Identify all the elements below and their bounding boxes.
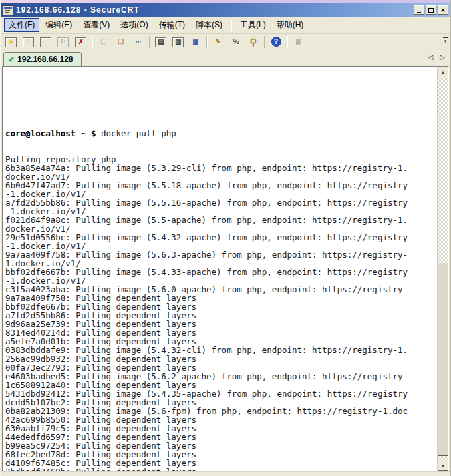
maximize-icon [428,8,434,13]
tab-scroll-left-button[interactable]: ◁ [428,54,434,61]
maximize-button[interactable] [426,5,436,15]
menu-script[interactable]: 脚本(S) [191,18,227,32]
menu-edit[interactable]: 编辑(E) [41,18,77,32]
tab-scroll-right-button[interactable]: ▷ [440,54,445,61]
session-tab-label: 192.168.66.128 [17,55,73,64]
prompt-user: core@localhost [5,128,76,138]
toolbar-separator [264,36,265,48]
tab-bar: ✔ 192.168.66.128 ◁ ▷ [1,50,450,66]
terminal-screen[interactable]: core@localhost ~ $ docker pull php Pulli… [3,67,437,471]
help-icon[interactable]: ? [268,35,284,49]
menu-view[interactable]: 查看(V) [78,18,114,32]
scrollbar-track[interactable] [438,77,448,461]
window-bottom-border [1,471,450,476]
session-options-icon[interactable]: % [228,35,244,49]
minimize-button[interactable] [414,5,424,15]
menu-help[interactable]: 帮助(H) [272,18,309,32]
menu-bar: 文件(F)编辑(E)查看(V)选项(O)传输(T)脚本(S)工具(L)帮助(H) [1,17,450,33]
paste-icon[interactable]: ❒ [113,35,129,49]
terminal-client-area: core@localhost ~ $ docker pull php Pulli… [2,66,449,471]
title-bar[interactable]: 192.168.66.128 - SecureCRT × [1,3,450,17]
find-icon[interactable]: ∞ [130,35,146,49]
connect-icon[interactable]: ϟ [21,35,37,49]
terminal-scrollbar[interactable]: ▲ ▼ [437,67,448,471]
reconnect-icon[interactable]: ↻ [55,35,71,49]
new-session-icon[interactable]: ★ [3,35,19,49]
scroll-up-button[interactable]: ▲ [438,67,448,77]
prompt-command: docker pull php [101,128,176,138]
terminal-output-line: 2bdbadf3469b: Pulling dependent layers [5,467,437,471]
log-session-icon[interactable]: ▤ [153,35,169,49]
minimize-icon [417,12,421,13]
app-icon [3,5,13,15]
toolbar-separator [287,36,288,48]
menu-tools[interactable]: 工具(L) [235,18,271,32]
menu-transfer[interactable]: 传输(T) [154,18,190,32]
connected-check-icon: ✔ [8,55,15,63]
disconnect-icon[interactable]: ✗ [73,35,89,49]
scroll-down-button[interactable]: ▼ [438,461,448,471]
print-icon[interactable]: ▦ [188,35,204,49]
close-button[interactable]: × [438,5,448,15]
terminal-blank-lines [5,85,437,111]
session-tab[interactable]: ✔ 192.168.66.128 [3,52,82,66]
toolbar-separator [92,36,93,48]
toolbar-overflow-button[interactable]: ▾ [442,37,448,46]
app-window-icon[interactable]: ▣ [291,35,307,49]
toolbar-separator [149,36,150,48]
terminal-prompt-line: core@localhost ~ $ docker pull php [5,129,437,138]
properties-icon[interactable]: ✎ [210,35,227,49]
key-agent-icon[interactable]: ⚲ [245,35,261,49]
menu-file[interactable]: 文件(F) [4,18,39,32]
clone-session-icon[interactable]: ▥ [170,35,186,49]
window-title: 192.168.66.128 - SecureCRT [16,5,140,15]
menu-separator [231,20,232,31]
menu-options[interactable]: 选项(O) [116,18,152,32]
quick-connect-icon[interactable] [38,35,54,49]
scrollbar-thumb[interactable] [438,262,448,456]
securecrt-window: 192.168.66.128 - SecureCRT × 文件(F)编辑(E)查… [0,0,451,476]
toolbar-separator [206,36,208,48]
copy-icon[interactable]: ❐ [96,35,112,49]
prompt-symbols: ~ $ [76,128,101,138]
toolbar: ★ϟ↻✗❐❒∞▤▥▦✎%⚲?▣ ▾ [1,33,450,50]
